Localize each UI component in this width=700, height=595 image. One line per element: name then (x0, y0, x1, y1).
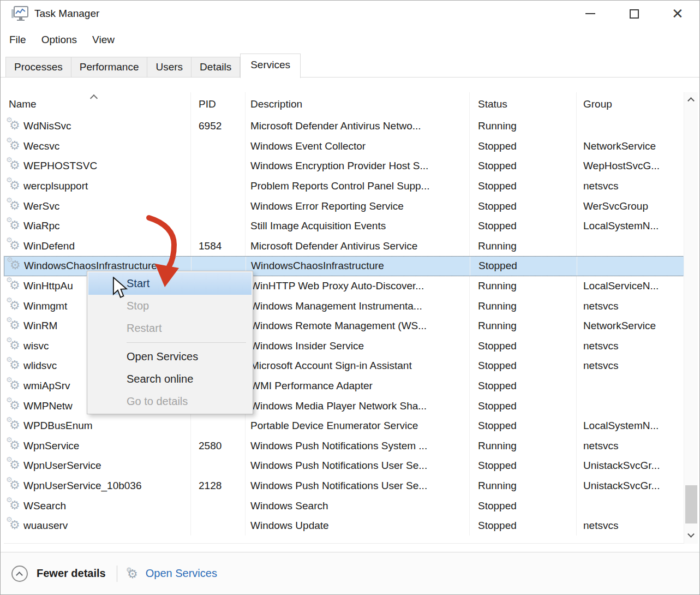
service-status: Stopped (470, 257, 577, 276)
table-row[interactable]: WpnService2580Windows Push Notifications… (4, 436, 697, 456)
service-name: wercplsupport (4, 176, 191, 197)
service-description: Windows Event Collector (246, 136, 470, 157)
maximize-icon (630, 9, 639, 19)
table-row[interactable]: WpnUserServiceWindows Push Notifications… (4, 456, 697, 476)
tab-users[interactable]: Users (147, 57, 192, 78)
column-header-name[interactable]: Name (4, 92, 191, 116)
service-description: Windows Management Instrumenta... (246, 296, 470, 316)
service-gear-icon (6, 118, 23, 134)
tab-details[interactable]: Details (192, 57, 240, 78)
context-menu-item-search-online[interactable]: Search online (88, 368, 252, 390)
service-group (577, 496, 697, 516)
service-description: Windows Search (246, 496, 470, 516)
service-description: Windows Push Notifications System ... (246, 436, 470, 456)
service-status: Running (470, 236, 577, 257)
service-gear-icon (6, 438, 23, 454)
service-description: WindowsChaosInfrastructure (246, 257, 470, 276)
open-services-link[interactable]: ⚙ ⚙ Open Services (126, 567, 217, 581)
service-description: Windows Error Reporting Service (246, 196, 470, 216)
context-menu-item-start[interactable]: Start (88, 272, 252, 295)
context-menu-item-restart: Restart (88, 317, 252, 340)
column-header-pid[interactable]: PID (191, 92, 246, 116)
service-description: Problem Reports Control Panel Supp... (246, 176, 470, 197)
minimize-button[interactable] (569, 1, 612, 27)
menu-file[interactable]: File (4, 32, 32, 48)
service-gear-icon (6, 198, 23, 215)
service-name: WpnUserService (4, 456, 191, 476)
service-name: WerSvc (4, 196, 191, 216)
service-pid (191, 196, 246, 216)
table-row[interactable]: WiaRpcStill Image Acquisition EventsStop… (4, 216, 697, 236)
table-row[interactable]: WerSvcWindows Error Reporting ServiceSto… (4, 196, 697, 216)
column-header-description[interactable]: Description (246, 92, 470, 116)
tab-services[interactable]: Services (240, 53, 301, 78)
collapse-circle-icon (11, 566, 28, 582)
service-name: Wecsvc (4, 136, 191, 157)
menu-options[interactable]: Options (36, 32, 82, 48)
table-row[interactable]: WdNisSvc6952Microsoft Defender Antivirus… (4, 116, 697, 136)
context-menu-item-go-to-details: Go to details (88, 390, 252, 413)
scrollbar-thumb[interactable] (685, 485, 697, 523)
fewer-details-button[interactable]: Fewer details (11, 566, 106, 582)
column-header-group[interactable]: Group (577, 92, 697, 116)
table-row[interactable]: WPDBusEnumPortable Device Enumerator Ser… (4, 416, 697, 436)
service-group: LocalSystemN... (577, 416, 697, 436)
table-row[interactable]: wercplsupportProblem Reports Control Pan… (4, 176, 697, 197)
service-gear-icon (6, 418, 23, 434)
table-row[interactable]: WEPHOSTSVCWindows Encryption Provider Ho… (4, 156, 697, 176)
service-status: Stopped (470, 176, 577, 197)
context-menu-item-open-services[interactable]: Open Services (88, 346, 252, 368)
service-status: Stopped (470, 376, 577, 396)
service-description: Windows Remote Management (WS... (246, 316, 470, 336)
service-description: Windows Insider Service (246, 336, 470, 356)
service-name: WPDBusEnum (4, 416, 191, 436)
service-description: Windows Encryption Provider Host S... (246, 156, 470, 176)
service-group (577, 257, 697, 276)
maximize-button[interactable] (612, 1, 656, 27)
task-manager-window: Task Manager ✕ FileOptionsView Processes… (0, 0, 700, 595)
tab-bar: ProcessesPerformanceUsersDetailsServices (1, 52, 699, 78)
service-name: WSearch (4, 496, 191, 516)
table-row[interactable]: WecsvcWindows Event CollectorStoppedNetw… (4, 136, 697, 157)
context-menu: StartStopRestartOpen ServicesSearch onli… (87, 271, 253, 414)
tab-performance[interactable]: Performance (71, 57, 148, 78)
service-group (577, 116, 697, 136)
service-status: Stopped (470, 336, 577, 356)
scroll-up-button[interactable] (684, 92, 698, 108)
table-row[interactable]: WSearchWindows SearchStopped (4, 496, 697, 516)
service-gear-icon (6, 378, 23, 394)
service-group: netsvcs (577, 436, 697, 456)
context-menu-item-stop: Stop (88, 295, 252, 317)
menu-view[interactable]: View (87, 32, 120, 48)
services-gear-icon: ⚙ ⚙ (126, 567, 141, 581)
service-description: Windows Push Notifications User Se... (246, 456, 470, 476)
service-group: LocalServiceN... (577, 276, 697, 296)
tab-processes[interactable]: Processes (5, 57, 71, 78)
minimize-icon (585, 13, 595, 14)
service-group: netsvcs (577, 516, 697, 536)
service-name: WpnService (4, 436, 191, 456)
window-controls: ✕ (569, 1, 699, 27)
service-gear-icon (6, 478, 23, 494)
service-status: Stopped (470, 516, 577, 536)
vertical-scrollbar[interactable] (684, 92, 698, 544)
footer-bar: Fewer details ⚙ ⚙ Open Services (1, 552, 699, 594)
service-gear-icon (6, 138, 23, 154)
close-button[interactable]: ✕ (656, 1, 699, 27)
chevron-up-icon (16, 572, 23, 579)
scroll-down-button[interactable] (684, 528, 698, 544)
column-header-status[interactable]: Status (470, 92, 577, 116)
service-pid: 6952 (191, 116, 246, 136)
table-row[interactable]: wuauservWindows UpdateStoppednetsvcs (4, 516, 697, 536)
service-name: WinDefend (4, 236, 191, 257)
service-group (577, 236, 697, 257)
service-pid (191, 516, 246, 536)
service-description: Still Image Acquisition Events (246, 216, 470, 236)
service-description: Portable Device Enumerator Service (246, 416, 470, 436)
chevron-up-icon (687, 97, 695, 104)
table-row[interactable]: WpnUserService_10b0362128Windows Push No… (4, 476, 697, 496)
window-title: Task Manager (34, 8, 99, 20)
service-status: Running (470, 436, 577, 456)
table-row[interactable]: WinDefend1584Microsoft Defender Antiviru… (4, 236, 697, 257)
service-pid (191, 156, 246, 176)
